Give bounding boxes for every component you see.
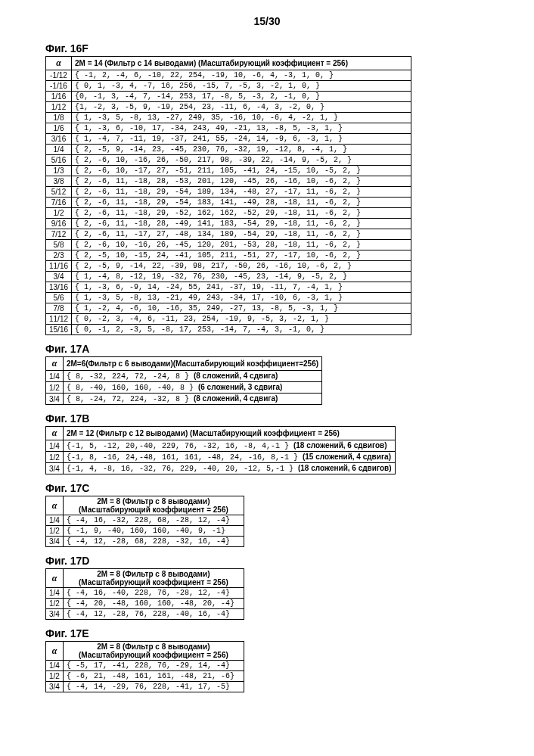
table-row: 3/8{ 2, -6, 11, -18, 28, -53, 201, 120, … xyxy=(46,176,411,187)
header-coef: 2M = 8 (Фильтр с 8 выводами) (Масштабиру… xyxy=(63,642,244,661)
coef-cell: { 1, -4, 8, -12, 19, -32, 76, 230, -45, … xyxy=(72,272,411,282)
table-17c: α 2M = 8 (Фильтр с 8 выводами) (Масштаби… xyxy=(45,496,244,547)
table-row: 1/2{ -1, 9, -40, 160, 160, -40, 9, -1} xyxy=(46,526,244,537)
table-row: 3/4{ 8, -24, 72, 224, -32, 8 } (8 сложен… xyxy=(46,394,322,405)
table-row: 1/8{ 1, -3, 5, -8, 13, -27, 249, 35, -16… xyxy=(46,113,411,123)
alpha-cell: 11/16 xyxy=(46,261,72,272)
table-row: 1/2{ 2, -6, 11, -18, 29, -52, 162, 162, … xyxy=(46,208,411,219)
alpha-cell: 1/2 xyxy=(46,208,72,219)
alpha-cell: 2/3 xyxy=(46,250,72,261)
coef-cell: { 8, -32, 224, 72, -24, 8 } (8 сложений,… xyxy=(63,371,321,382)
table-row: 11/16{ 2, -5, 9, -14, 22, -39, 98, 217, … xyxy=(46,261,411,272)
coef-cell: { -1, 9, -40, 160, 160, -40, 9, -1} xyxy=(63,526,244,537)
figure-label-17c: Фиг. 17C xyxy=(45,482,489,494)
figure-label-17a: Фиг. 17A xyxy=(45,343,489,355)
alpha-cell: 1/2 xyxy=(46,599,64,609)
alpha-cell: 9/16 xyxy=(46,219,72,229)
header-alpha: α xyxy=(46,57,72,70)
alpha-cell: 1/12 xyxy=(46,102,72,113)
alpha-cell: 1/4 xyxy=(46,371,64,382)
table-row: 5/16{ 2, -6, 10, -16, 26, -50, 217, 98, … xyxy=(46,155,411,166)
table-row: 1/12{1, -2, 3, -5, 9, -19, 254, 23, -11,… xyxy=(46,102,411,113)
coef-cell: { 2, -5, 10, -15, 24, -41, 105, 211, -51… xyxy=(72,250,411,261)
table-row: 1/2{-1, 8, -16, 24,-48, 161, 161, -48, 2… xyxy=(46,452,396,463)
alpha-cell: 1/2 xyxy=(46,382,64,394)
coef-cell: { 1, -3, 6, -9, 14, -24, 55, 241, -37, 1… xyxy=(72,282,411,293)
alpha-cell: 3/4 xyxy=(46,537,64,547)
table-row: 7/8{ 1, -2, 4, -6, 10, -16, 35, 249, -27… xyxy=(46,303,411,314)
table-17e: α 2M = 8 (Фильтр с 8 выводами) (Масштаби… xyxy=(45,641,244,692)
alpha-cell: 3/4 xyxy=(46,463,64,474)
table-row: 5/12{ 2, -6, 11, -18, 29, -54, 189, 134,… xyxy=(46,187,411,198)
header-alpha: α xyxy=(46,357,64,371)
figure-label-17b: Фиг. 17B xyxy=(45,412,489,425)
table-row: 1/4{ -4, 16, -40, 228, 76, -28, 12, -4} xyxy=(46,588,244,599)
table-row: 1/4{ -4, 16, -32, 228, 68, -28, 12, -4} xyxy=(46,515,244,526)
figure-label-17e: Фиг. 17E xyxy=(45,627,489,639)
alpha-cell: 1/8 xyxy=(46,113,72,123)
coef-cell: { 2, -6, 10, -16, 26, -45, 120, 201, -53… xyxy=(72,240,411,250)
table-row: 1/4{ 8, -32, 224, 72, -24, 8 } (8 сложен… xyxy=(46,371,322,382)
table-row: 5/6{ 1, -3, 5, -8, 13, -21, 49, 243, -34… xyxy=(46,293,411,303)
coef-cell: { -5, 17, -41, 228, 76, -29, 14, -4} xyxy=(63,661,244,671)
table-row: 1/3{ 2, -6, 10, -17, 27, -51, 211, 105, … xyxy=(46,166,411,176)
table-row: 5/8{ 2, -6, 10, -16, 26, -45, 120, 201, … xyxy=(46,240,411,250)
coef-cell: { 0, 1, -3, 4, -7, 16, 256, -15, 7, -5, … xyxy=(72,81,411,92)
table-row: 1/6{ 1, -3, 6, -10, 17, -34, 243, 49, -2… xyxy=(46,123,411,134)
coef-cell: { 0, -2, 3, -4, 6, -11, 23, 254, -19, 9,… xyxy=(72,314,411,325)
alpha-cell: 7/8 xyxy=(46,303,72,314)
header-coef: 2M = 14 (Фильтр с 14 выводами) (Масштаби… xyxy=(72,57,411,70)
coef-cell: {-1, 4, -8, 16, -32, 76, 229, -40, 20, -… xyxy=(63,463,395,474)
coef-cell: { 2, -6, 10, -16, 26, -50, 217, 98, -39,… xyxy=(72,155,411,166)
table-row: 11/12{ 0, -2, 3, -4, 6, -11, 23, 254, -1… xyxy=(46,314,411,325)
coef-cell: { -1, 2, -4, 6, -10, 22, 254, -19, 10, -… xyxy=(72,70,411,81)
alpha-cell: 7/12 xyxy=(46,229,72,240)
alpha-cell: 3/4 xyxy=(46,394,64,405)
coef-cell: { 8, -24, 72, 224, -32, 8 } (8 сложений,… xyxy=(63,394,321,405)
table-17d: α 2M = 8 (Фильтр с 8 выводами) (Масштаби… xyxy=(45,568,244,620)
table-row: 15/16{ 0, -1, 2, -3, 5, -8, 17, 253, -14… xyxy=(46,325,411,335)
coef-cell: { 2, -6, 11, -18, 28, -53, 201, 120, -45… xyxy=(72,176,411,187)
alpha-cell: 7/16 xyxy=(46,198,72,208)
header-coef: 2M = 8 (Фильтр с 8 выводами) (Масштабиру… xyxy=(63,569,244,588)
alpha-cell: 1/4 xyxy=(46,588,64,599)
annotation: (18 сложений, 6 сдвигов) xyxy=(293,441,387,450)
header-coef: 2M = 8 (Фильтр с 8 выводами) (Масштабиру… xyxy=(63,496,244,515)
table-row: 3/16{ 1, -4, 7, -11, 19, -37, 241, 55, -… xyxy=(46,134,411,145)
alpha-cell: -1/12 xyxy=(46,70,72,81)
coef-cell: { 2, -6, 11, -18, 28, -49, 141, 183, -54… xyxy=(72,219,411,229)
table-row: -1/16{ 0, 1, -3, 4, -7, 16, 256, -15, 7,… xyxy=(46,81,411,92)
alpha-cell: 1/6 xyxy=(46,123,72,134)
coef-cell: { 2, -5, 9, -14, 22, -39, 98, 217, -50, … xyxy=(72,261,411,272)
table-row: 13/16{ 1, -3, 6, -9, 14, -24, 55, 241, -… xyxy=(46,282,411,293)
alpha-cell: -1/16 xyxy=(46,81,72,92)
table-row: 9/16{ 2, -6, 11, -18, 28, -49, 141, 183,… xyxy=(46,219,411,229)
alpha-cell: 5/6 xyxy=(46,293,72,303)
table-row: 3/4{-1, 4, -8, 16, -32, 76, 229, -40, 20… xyxy=(46,463,396,474)
alpha-cell: 1/2 xyxy=(46,452,64,463)
header-alpha: α xyxy=(46,569,64,588)
table-17b: α 2M = 12 (Фильтр с 12 выводами) (Масшта… xyxy=(45,426,396,474)
table-17a: α 2M=6(Фильтр с 6 выводами)(Масштабирующ… xyxy=(45,356,322,405)
alpha-cell: 1/16 xyxy=(46,92,72,102)
table-row: -1/12{ -1, 2, -4, 6, -10, 22, 254, -19, … xyxy=(46,70,411,81)
alpha-cell: 1/4 xyxy=(46,145,72,155)
coef-cell: { 2, -6, 11, -17, 27, -48, 134, 189, -54… xyxy=(72,229,411,240)
table-row: 3/4{ 1, -4, 8, -12, 19, -32, 76, 230, -4… xyxy=(46,272,411,282)
coef-cell: { 2, -6, 10, -17, 27, -51, 211, 105, -41… xyxy=(72,166,411,176)
alpha-cell: 13/16 xyxy=(46,282,72,293)
table-row: 1/2{ -4, 20, -48, 160, 160, -48, 20, -4} xyxy=(46,599,244,609)
table-row: 1/4{ 2, -5, 9, -14, 23, -45, 230, 76, -3… xyxy=(46,145,411,155)
annotation: (15 сложений, 4 сдвига) xyxy=(303,453,391,461)
coef-cell: { 2, -6, 11, -18, 29, -54, 183, 141, -49… xyxy=(72,198,411,208)
coef-cell: {0, -1, 3, -4, 7, -14, 253, 17, -8, 5, -… xyxy=(72,92,411,102)
coef-cell: { 8, -40, 160, 160, -40, 8 } (6 сложений… xyxy=(63,382,321,394)
alpha-cell: 3/8 xyxy=(46,176,72,187)
table-row: 2/3{ 2, -5, 10, -15, 24, -41, 105, 211, … xyxy=(46,250,411,261)
alpha-cell: 3/4 xyxy=(46,682,64,692)
coef-cell: { 1, -4, 7, -11, 19, -37, 241, 55, -24, … xyxy=(72,134,411,145)
alpha-cell: 5/16 xyxy=(46,155,72,166)
annotation: (18 сложений, 6 сдвигов) xyxy=(298,464,392,472)
table-row: 7/12{ 2, -6, 11, -17, 27, -48, 134, 189,… xyxy=(46,229,411,240)
table-row: 1/4{-1, 5, -12, 20,-40, 229, 76, -32, 16… xyxy=(46,440,396,452)
